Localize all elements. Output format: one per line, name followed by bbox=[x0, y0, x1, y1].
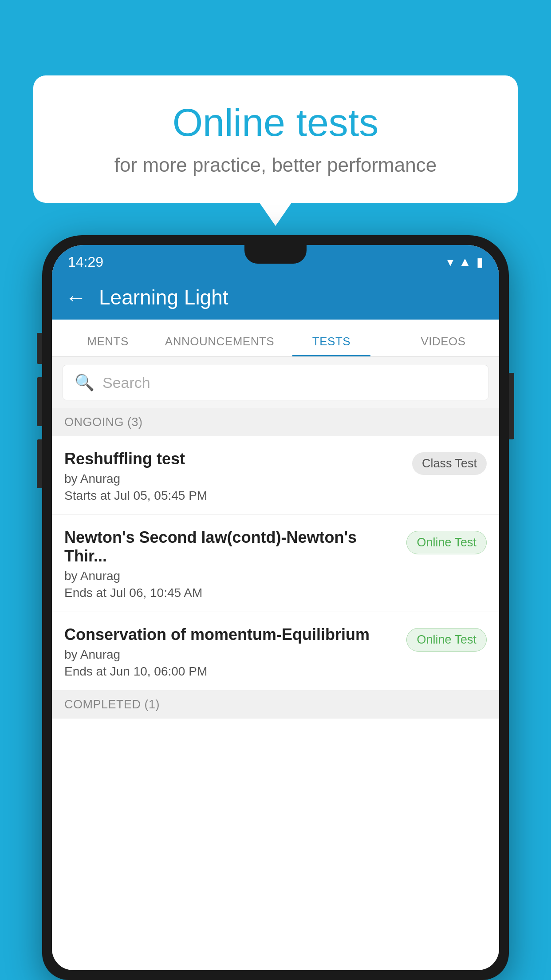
search-icon: 🔍 bbox=[75, 373, 94, 392]
volume-down-button bbox=[37, 439, 42, 488]
test-info: Conservation of momentum-Equilibrium by … bbox=[64, 625, 406, 679]
tab-ments[interactable]: MENTS bbox=[52, 335, 164, 356]
completed-section-header: COMPLETED (1) bbox=[52, 691, 499, 719]
right-button bbox=[509, 373, 514, 439]
test-item[interactable]: Newton's Second law(contd)-Newton's Thir… bbox=[52, 515, 499, 612]
test-title: Newton's Second law(contd)-Newton's Thir… bbox=[64, 528, 398, 565]
phone-screen: 14:29 ▾ ▲ ▮ ← Learning Light MENTS ANNOU… bbox=[52, 245, 499, 970]
search-container: 🔍 Search bbox=[52, 357, 499, 408]
ongoing-section-header: ONGOING (3) bbox=[52, 408, 499, 436]
test-badge-online-2: Online Test bbox=[406, 628, 487, 652]
phone-frame: 14:29 ▾ ▲ ▮ ← Learning Light MENTS ANNOU… bbox=[42, 235, 509, 980]
volume-up-button bbox=[37, 377, 42, 426]
battery-icon: ▮ bbox=[476, 255, 483, 269]
test-date: Ends at Jun 10, 06:00 PM bbox=[64, 664, 398, 679]
tab-announcements[interactable]: ANNOUNCEMENTS bbox=[164, 335, 276, 356]
test-date: Ends at Jul 06, 10:45 AM bbox=[64, 586, 398, 600]
test-badge-online: Online Test bbox=[406, 531, 487, 554]
test-author: by Anurag bbox=[64, 569, 398, 583]
status-icons: ▾ ▲ ▮ bbox=[447, 255, 483, 269]
tab-videos[interactable]: VIDEOS bbox=[387, 335, 499, 356]
bubble-subtitle: for more practice, better performance bbox=[60, 154, 491, 176]
test-list: Reshuffling test by Anurag Starts at Jul… bbox=[52, 436, 499, 691]
tab-tests[interactable]: TESTS bbox=[276, 335, 387, 356]
app-bar: ← Learning Light bbox=[52, 275, 499, 320]
test-item[interactable]: Conservation of momentum-Equilibrium by … bbox=[52, 612, 499, 691]
phone-notch bbox=[244, 245, 307, 264]
test-title: Conservation of momentum-Equilibrium bbox=[64, 625, 398, 644]
app-title: Learning Light bbox=[99, 285, 228, 309]
test-date: Starts at Jul 05, 05:45 PM bbox=[64, 489, 403, 503]
wifi-icon: ▾ bbox=[447, 255, 453, 269]
test-info: Newton's Second law(contd)-Newton's Thir… bbox=[64, 528, 406, 600]
search-placeholder: Search bbox=[102, 374, 150, 391]
search-bar[interactable]: 🔍 Search bbox=[63, 365, 488, 400]
power-button bbox=[37, 333, 42, 364]
status-time: 14:29 bbox=[68, 254, 103, 270]
speech-bubble: Online tests for more practice, better p… bbox=[33, 75, 518, 203]
test-info: Reshuffling test by Anurag Starts at Jul… bbox=[64, 450, 412, 503]
signal-icon: ▲ bbox=[459, 255, 471, 269]
bubble-title: Online tests bbox=[60, 100, 491, 145]
test-item[interactable]: Reshuffling test by Anurag Starts at Jul… bbox=[52, 436, 499, 515]
test-badge-class: Class Test bbox=[412, 452, 487, 475]
test-author: by Anurag bbox=[64, 648, 398, 662]
tab-bar: MENTS ANNOUNCEMENTS TESTS VIDEOS bbox=[52, 320, 499, 357]
test-title: Reshuffling test bbox=[64, 450, 403, 468]
test-author: by Anurag bbox=[64, 472, 403, 486]
back-button[interactable]: ← bbox=[65, 285, 87, 310]
